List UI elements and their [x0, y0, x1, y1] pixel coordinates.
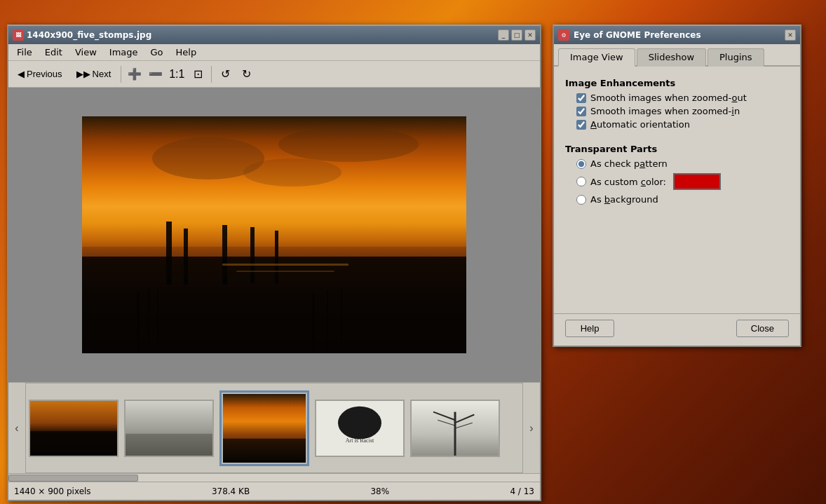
transparent-parts-title: Transparent Parts: [565, 144, 789, 154]
check-pattern-label: As check pattern: [590, 158, 668, 169]
background-row: As background: [576, 194, 789, 205]
menu-edit[interactable]: Edit: [39, 46, 68, 59]
sunset-water-reflection: [82, 247, 466, 353]
svg-rect-22: [223, 438, 306, 462]
prefs-titlebar-left: ⚙ Eye of GNOME Preferences: [558, 29, 701, 41]
smooth-zoomed-out-row: Smooth images when zoomed-out: [576, 93, 789, 103]
titlebar-controls: _ □ ✕: [498, 29, 536, 41]
thumbnail-1[interactable]: [29, 400, 119, 457]
notebook-tabs: Image View Slideshow Plugins: [554, 44, 800, 67]
tab-slideshow[interactable]: Slideshow: [637, 48, 706, 67]
image-viewer-window: 🖼 1440x900_five_stomps.jpg _ □ ✕ File Ed…: [7, 25, 541, 501]
tab-plugins[interactable]: Plugins: [707, 48, 764, 67]
next-arrow-icon: ▶▶: [76, 69, 90, 79]
menu-file[interactable]: File: [11, 46, 38, 59]
custom-color-button[interactable]: [673, 173, 721, 190]
smooth-zoomed-in-row: Smooth images when zoomed-in: [576, 106, 789, 116]
toolbar-separator-2: [211, 66, 212, 83]
smooth-zoomed-in-checkbox[interactable]: [576, 107, 586, 116]
thumbnail-3-image: [223, 394, 306, 463]
previous-button[interactable]: ◀ Previous: [11, 66, 69, 82]
next-button[interactable]: ▶▶ Next: [70, 66, 118, 82]
preferences-window: ⚙ Eye of GNOME Preferences ✕ Image View …: [553, 25, 801, 347]
smooth-zoomed-out-label: Smooth images when zoomed-out: [590, 93, 747, 103]
statusbar: 1440 × 900 pixels 378.4 KB 38% 4 / 13: [8, 482, 540, 500]
menu-image[interactable]: Image: [104, 46, 144, 59]
prefs-content: Image Enhancements Smooth images when zo…: [554, 67, 800, 313]
zoom-normal-button[interactable]: 1:1: [167, 64, 187, 84]
toolbar-separator-1: [121, 66, 121, 83]
image-dimensions: 1440 × 900 pixels: [14, 486, 91, 496]
thumbnail-strip: ‹: [8, 382, 540, 473]
svg-point-14: [152, 137, 264, 179]
auto-orientation-row: Automatic orientation: [576, 119, 789, 130]
horizontal-scrollbar[interactable]: [8, 473, 540, 482]
thumbnail-1-image: [30, 401, 117, 456]
menubar: File Edit View Image Go Help: [8, 44, 540, 61]
svg-rect-20: [126, 433, 212, 455]
smooth-zoomed-in-label: Smooth images when zoomed-in: [590, 106, 740, 116]
svg-point-15: [278, 127, 419, 162]
thumbnail-scroll-left[interactable]: ‹: [8, 383, 25, 473]
window-icon: 🖼: [13, 29, 24, 41]
auto-orientation-label: Automatic orientation: [590, 119, 690, 130]
image-position: 4 / 13: [510, 486, 534, 496]
thumbnail-3-active[interactable]: [219, 390, 309, 466]
prefs-close-button[interactable]: ✕: [785, 29, 796, 41]
image-viewer-titlebar: 🖼 1440x900_five_stomps.jpg _ □ ✕: [8, 26, 540, 44]
maximize-button[interactable]: □: [511, 29, 522, 41]
zoom-out-button[interactable]: ➖: [146, 64, 165, 84]
image-area: [8, 88, 540, 382]
zoom-level: 38%: [370, 486, 389, 496]
prefs-buttons: Help Close: [554, 313, 800, 346]
close-button[interactable]: ✕: [524, 29, 536, 41]
previous-arrow-icon: ◀: [18, 69, 25, 79]
menu-help[interactable]: Help: [170, 46, 203, 59]
rotate-cw-button[interactable]: ↻: [236, 64, 256, 84]
prefs-title: Eye of GNOME Preferences: [574, 30, 701, 40]
auto-orientation-checkbox[interactable]: [576, 120, 586, 130]
help-button[interactable]: Help: [565, 320, 614, 337]
toolbar: ◀ Previous ▶▶ Next ➕ ➖ 1:1 ⊡ ↺ ↻: [8, 61, 540, 88]
image-viewer-title: 1440x900_five_stomps.jpg: [27, 30, 151, 40]
prefs-titlebar: ⚙ Eye of GNOME Preferences ✕: [554, 26, 800, 44]
thumbnail-4[interactable]: Art Is Racist: [315, 400, 405, 457]
thumbnail-2[interactable]: [124, 400, 214, 457]
previous-label: Previous: [27, 69, 62, 79]
close-dialog-button[interactable]: Close: [736, 320, 789, 337]
thumbnail-5-image: [412, 401, 499, 456]
custom-color-label: As custom color:: [590, 177, 666, 187]
check-pattern-radio[interactable]: [576, 159, 586, 169]
menu-go[interactable]: Go: [145, 46, 169, 59]
main-image: [82, 116, 466, 353]
rotate-ccw-button[interactable]: ↺: [215, 64, 235, 84]
thumbnail-2-image: [126, 401, 212, 456]
background-radio[interactable]: [576, 195, 586, 205]
check-pattern-row: As check pattern: [576, 158, 789, 169]
thumbnail-4-image: Art Is Racist: [316, 401, 403, 456]
scrollbar-track: [8, 474, 540, 482]
minimize-button[interactable]: _: [498, 29, 509, 41]
svg-point-24: [338, 406, 381, 439]
titlebar-left: 🖼 1440x900_five_stomps.jpg: [13, 29, 151, 41]
scrollbar-thumb[interactable]: [8, 475, 138, 482]
svg-rect-18: [30, 430, 117, 455]
smooth-zoomed-out-checkbox[interactable]: [576, 93, 586, 103]
prefs-window-icon: ⚙: [558, 29, 569, 41]
svg-text:Art Is Racist: Art Is Racist: [346, 437, 374, 443]
zoom-fit-button[interactable]: ⊡: [188, 64, 208, 84]
custom-color-radio[interactable]: [576, 177, 586, 186]
custom-color-row: As custom color:: [576, 173, 789, 190]
thumbnail-scroll-right[interactable]: ›: [523, 383, 540, 473]
image-enhancements-title: Image Enhancements: [565, 78, 789, 88]
tab-image-view[interactable]: Image View: [558, 48, 635, 67]
menu-view[interactable]: View: [69, 46, 102, 59]
next-label: Next: [93, 69, 111, 79]
file-size: 378.4 KB: [212, 486, 250, 496]
transparent-parts-section: Transparent Parts As check pattern As cu…: [565, 144, 789, 209]
image-enhancements-section: Image Enhancements Smooth images when zo…: [565, 78, 789, 132]
thumbnails-container: Art Is Racist: [25, 383, 523, 473]
thumbnail-5[interactable]: [410, 400, 500, 457]
sunset-photo: [82, 116, 466, 353]
zoom-in-button[interactable]: ➕: [125, 64, 144, 84]
